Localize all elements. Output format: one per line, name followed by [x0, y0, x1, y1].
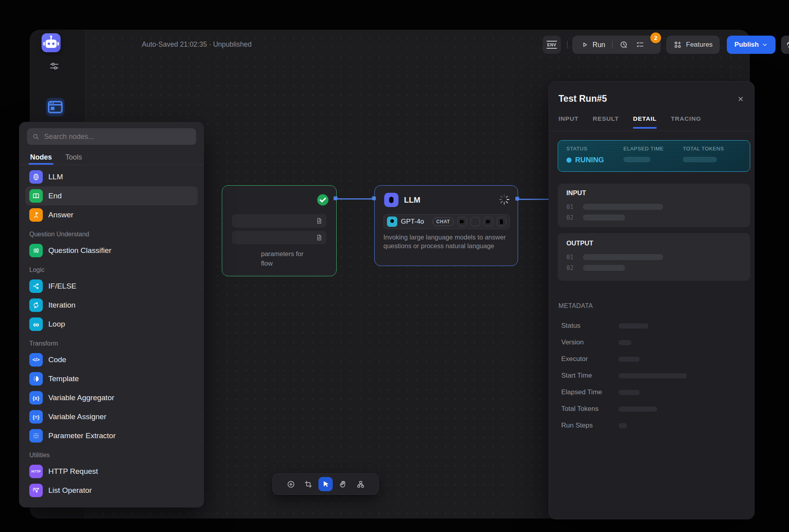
doc-icon	[497, 217, 506, 226]
node-item-http-request[interactable]: HTTPHTTP Request	[25, 462, 198, 481]
node-item-label: Variable Aggregator	[48, 393, 114, 402]
infinity-icon: ∞	[29, 317, 43, 331]
video-sparkle-icon	[484, 217, 493, 226]
run-panel-divider	[549, 131, 754, 131]
run-panel-tab-detail[interactable]: DETAIL	[633, 115, 657, 122]
node-item-iteration[interactable]: Iteration	[25, 296, 198, 315]
screen: Auto-Saved 21:02:35 · Unpublished ENV Ru…	[0, 0, 789, 532]
start-field-row[interactable]	[232, 231, 326, 244]
frame-tool[interactable]	[301, 477, 315, 491]
run-panel-tab-result[interactable]: RESULT	[593, 115, 619, 122]
metadata-rows: StatusVersionExecutorStart TimeElapsed T…	[561, 317, 745, 434]
search-input[interactable]	[43, 132, 191, 141]
skeleton-bar	[623, 157, 650, 162]
io-row: 02	[566, 212, 741, 223]
code-icon: </>	[29, 353, 43, 367]
filter-icon	[29, 484, 43, 497]
skeleton-bar	[683, 157, 717, 162]
node-item-variable-aggregator[interactable]: {x}Variable Aggregator	[25, 388, 198, 407]
skeleton-bar	[583, 265, 625, 271]
openai-icon	[387, 217, 397, 227]
llm-node[interactable]: LLM GPT-4o CHAT Invoking large language …	[374, 185, 518, 266]
env-button[interactable]: ENV	[543, 36, 561, 54]
search-box[interactable]	[27, 128, 196, 145]
row-index: 01	[566, 203, 583, 211]
node-item-if-else[interactable]: IF/ELSE	[25, 277, 198, 296]
frame-icon	[304, 480, 313, 488]
node-item-variable-assigner[interactable]: {=}Variable Assigner	[25, 407, 198, 426]
node-list: LLMEndAnswerQuestion UnderstandQuestion …	[19, 165, 204, 504]
node-picker-panel: NodesTools LLMEndAnswerQuestion Understa…	[19, 122, 204, 507]
run-panel-title: Test Run#5	[558, 93, 607, 104]
checklist-icon[interactable]	[636, 40, 644, 49]
node-item-label: Template	[48, 374, 79, 383]
chat-mode-badge: CHAT	[433, 217, 454, 226]
hand-tool[interactable]	[336, 477, 350, 491]
skeleton-bar	[583, 215, 625, 220]
llm-input-port[interactable]	[372, 196, 376, 200]
node-item-llm[interactable]: LLM	[25, 167, 198, 186]
clock-play-icon[interactable]	[619, 40, 628, 49]
node-item-label: Iteration	[48, 301, 76, 310]
features-icon	[673, 40, 682, 49]
publish-button[interactable]: Publish	[727, 36, 776, 54]
braces-x-icon: {x}	[29, 391, 43, 405]
features-button[interactable]: Features	[666, 36, 720, 54]
split-icon	[29, 279, 43, 293]
skeleton-bar	[619, 357, 640, 362]
node-item-list-operator[interactable]: List Operator	[25, 481, 198, 500]
window-tool-icon[interactable]	[46, 98, 65, 116]
metadata-label: Elapsed Time	[561, 388, 619, 396]
cursor-tool[interactable]	[318, 477, 333, 491]
skeleton-bar	[619, 340, 631, 345]
layout-tool[interactable]	[353, 477, 368, 491]
node-panel-tab-nodes[interactable]: Nodes	[30, 150, 52, 165]
node-item-label: Answer	[48, 211, 73, 219]
app-logo-robot-icon[interactable]	[42, 33, 61, 52]
node-item-label: Question Classifier	[48, 246, 111, 255]
start-node[interactable]: parameters for flow	[222, 185, 337, 276]
play-icon[interactable]	[581, 41, 589, 49]
input-card-title: INPUT	[566, 189, 741, 197]
node-item-parameter-extractor[interactable]: Parameter Extractor	[25, 426, 198, 445]
close-button[interactable]	[734, 92, 748, 106]
checklist-count-badge: 2	[650, 32, 661, 43]
node-item-code[interactable]: </>Code	[25, 350, 198, 369]
sliders-icon[interactable]	[49, 61, 60, 72]
run-panel-tab-input[interactable]: INPUT	[558, 115, 579, 122]
status-value: RUNING	[575, 156, 604, 164]
node-item-label: Loop	[48, 320, 65, 329]
node-panel-tabs: NodesTools	[19, 150, 204, 165]
node-item-template[interactable]: Template	[25, 369, 198, 388]
node-item-label: Code	[48, 355, 66, 364]
node-section-title: Transform	[25, 334, 198, 350]
skeleton-bar	[619, 407, 657, 412]
history-button[interactable]	[781, 36, 789, 54]
node-item-question-classifier[interactable]: Question Classifier	[25, 241, 198, 260]
running-dot	[566, 158, 572, 163]
metadata-label: Start Time	[561, 372, 619, 380]
model-selector[interactable]: GPT-4o CHAT	[383, 214, 510, 229]
node-item-loop[interactable]: ∞Loop	[25, 315, 198, 334]
node-section-title: Question Understand	[25, 224, 198, 241]
search-icon	[32, 133, 39, 141]
cycle-icon	[29, 298, 43, 312]
skeleton-bar	[583, 204, 663, 210]
start-output-port[interactable]	[334, 196, 337, 200]
metadata-row: Elapsed Time	[561, 384, 745, 401]
output-card: OUTPUT 0102	[558, 233, 750, 281]
llm-output-port[interactable]	[515, 197, 519, 201]
metadata-row: Start Time	[561, 367, 745, 384]
test-run-panel: Test Run#5 INPUTRESULTDETAILTRACING STAT…	[549, 81, 755, 519]
row-index: 02	[566, 264, 583, 272]
start-field-row[interactable]	[232, 214, 326, 228]
run-panel-tab-tracing[interactable]: TRACING	[671, 115, 701, 122]
node-item-answer[interactable]: Answer	[25, 205, 198, 224]
edge-start-to-llm	[337, 198, 374, 200]
plus-circle-tool[interactable]	[284, 477, 298, 491]
node-panel-tab-tools[interactable]: Tools	[65, 150, 82, 165]
metadata-row: Executor	[561, 351, 745, 367]
node-item-end[interactable]: End	[25, 186, 198, 205]
run-button[interactable]: Run	[593, 41, 605, 49]
io-row: 02	[566, 262, 741, 273]
